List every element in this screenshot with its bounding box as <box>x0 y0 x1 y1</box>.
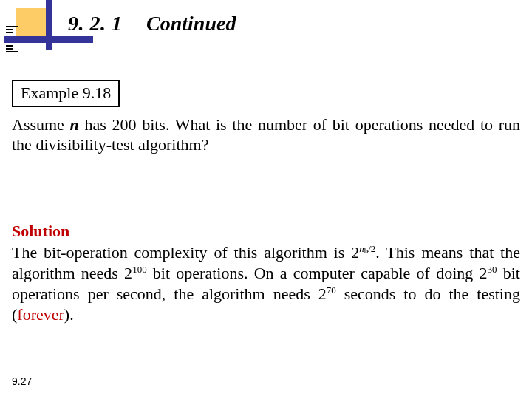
decor-tick <box>6 29 13 30</box>
exp-30: 30 <box>488 264 497 275</box>
exp-100: 100 <box>132 264 147 275</box>
solution-body: The bit-operation complexity of this alg… <box>12 242 520 326</box>
problem-post: has 200 bits. What is the number of bit … <box>12 115 520 154</box>
decor-yellow-square <box>16 8 46 36</box>
example-label: Example 9.18 <box>12 80 120 107</box>
problem-pre: Assume <box>12 115 70 134</box>
section-number: 9. 2. 1 <box>68 12 123 35</box>
problem-var: n <box>70 115 79 134</box>
exp-over2: /2 <box>368 243 375 254</box>
decor-tick <box>6 45 13 47</box>
exp-70: 70 <box>327 284 336 296</box>
decor-tick <box>6 51 18 52</box>
s3: bit operations. On a computer capable of… <box>147 264 488 282</box>
decor-tick <box>6 32 13 33</box>
page-number: 9.27 <box>12 375 32 387</box>
decor-tick <box>6 26 18 27</box>
section-title: Continued <box>146 12 236 35</box>
s6: ). <box>64 305 74 324</box>
solution-label: Solution <box>12 222 69 241</box>
problem-text: Assume n has 200 bits. What is the numbe… <box>12 115 520 155</box>
exp-nb2: nb/2 <box>359 243 375 254</box>
forever-text: forever <box>17 305 64 324</box>
s1: The bit-operation complexity of this alg… <box>12 243 359 262</box>
decor-tick <box>6 48 13 50</box>
decor-horizontal-bar <box>4 36 93 43</box>
